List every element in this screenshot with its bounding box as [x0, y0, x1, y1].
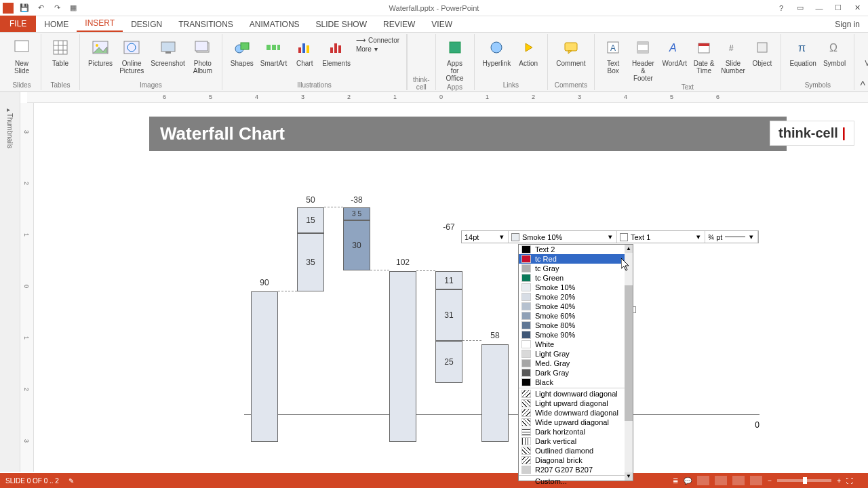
fit-window[interactable]: ⛶ — [846, 477, 853, 485]
tab-view[interactable]: VIEW — [423, 17, 460, 32]
zoom-slider[interactable] — [777, 479, 831, 482]
object-button[interactable]: Object — [749, 35, 775, 83]
table-button[interactable]: Table — [47, 35, 74, 81]
font-size-combo[interactable]: ▾ — [462, 231, 509, 243]
slide-area[interactable]: Waterfall Chart think-cell | 90 50 35 15… — [34, 103, 861, 472]
bar-segment[interactable] — [251, 291, 278, 442]
start-from-beginning-icon[interactable]: ▦ — [68, 3, 79, 14]
scroll-thumb[interactable] — [625, 285, 633, 421]
fill-option[interactable]: Dark Gray — [519, 368, 633, 378]
connector-button[interactable]: ⟶Connector — [356, 37, 399, 44]
fill-option[interactable]: tc Green — [519, 273, 633, 283]
bar-segment[interactable] — [389, 271, 416, 442]
screenshot-button[interactable]: Screenshot — [148, 35, 188, 81]
dropdown-scrollbar[interactable]: ▲ ▼ — [625, 245, 633, 481]
fill-option[interactable]: Smoke 80% — [519, 321, 633, 330]
fill-option[interactable]: R207 G207 B207 — [519, 465, 633, 474]
save-icon[interactable]: 💾 — [19, 3, 30, 14]
fill-option[interactable]: Light downward diagonal — [519, 389, 633, 399]
fill-option[interactable]: Med. Gray — [519, 359, 633, 368]
zoom-out[interactable]: − — [768, 477, 772, 485]
slide-title[interactable]: Waterfall Chart think-cell | — [149, 117, 787, 151]
tab-transitions[interactable]: TRANSITIONS — [170, 17, 241, 32]
bar-segment[interactable]: 11 — [435, 271, 462, 289]
slide-number-button[interactable]: #SlideNumber — [719, 35, 748, 83]
fill-option[interactable]: Smoke 90% — [519, 330, 633, 340]
action-button[interactable]: Action — [515, 35, 542, 81]
online-pictures-button[interactable]: OnlinePictures — [117, 35, 146, 81]
equation-button[interactable]: πEquation — [787, 35, 818, 81]
fill-option[interactable]: Smoke 20% — [519, 292, 633, 302]
bar-segment[interactable]: 35 — [297, 233, 324, 291]
bar-segment[interactable]: 3 5 — [343, 207, 370, 220]
fill-option[interactable]: tc Red — [519, 254, 633, 264]
shapes-button[interactable]: Shapes — [228, 35, 256, 81]
fill-option[interactable]: tc Gray — [519, 264, 633, 273]
hyperlink-button[interactable]: Hyperlink — [480, 35, 514, 81]
tab-insert[interactable]: INSERT — [77, 16, 123, 32]
thinkcell-toolbar[interactable]: ▾ Smoke 10%▾ Text 1▾ ¾ pt▾ — [461, 230, 759, 243]
bar-segment[interactable]: 25 — [435, 341, 462, 383]
undo-icon[interactable]: ↶ — [35, 3, 46, 14]
zoom-in[interactable]: + — [837, 477, 841, 485]
symbol-button[interactable]: ΩSymbol — [821, 35, 848, 81]
fill-dropdown[interactable]: Text 2tc Redtc Graytc GreenSmoke 10%Smok… — [518, 244, 633, 481]
fill-option[interactable]: Light Gray — [519, 349, 633, 359]
close-icon[interactable]: ✕ — [850, 3, 864, 14]
fill-option[interactable]: Custom... — [519, 476, 633, 486]
maximize-icon[interactable]: ☐ — [831, 3, 845, 14]
fill-option[interactable]: White — [519, 340, 633, 349]
tab-slideshow[interactable]: SLIDE SHOW — [308, 17, 375, 32]
view-sorter[interactable] — [715, 476, 727, 485]
text-color-combo[interactable]: Text 1▾ — [617, 231, 705, 243]
header-footer-button[interactable]: Header& Footer — [628, 35, 658, 83]
fill-combo[interactable]: Smoke 10%▾ — [509, 231, 617, 243]
fill-option[interactable]: Dark horizontal — [519, 427, 633, 436]
bar-segment[interactable]: 31 — [435, 289, 462, 341]
pictures-button[interactable]: Pictures — [85, 35, 115, 81]
photo-album-button[interactable]: PhotoAlbum — [189, 35, 216, 81]
tab-review[interactable]: REVIEW — [375, 17, 423, 32]
sign-in[interactable]: Sign in — [827, 17, 868, 32]
thumbnails-toggle[interactable]: ▸Thumbnails — [0, 92, 20, 472]
bar-segment[interactable]: 30 — [343, 220, 370, 270]
fill-option[interactable]: Outlined diamond — [519, 446, 633, 455]
notes-button[interactable]: ≣ — [673, 477, 678, 485]
fill-option[interactable]: Smoke 60% — [519, 311, 633, 321]
smartart-button[interactable]: SmartArt — [258, 35, 290, 81]
tab-animations[interactable]: ANIMATIONS — [241, 17, 308, 32]
comment-button[interactable]: Comment — [553, 35, 588, 81]
fill-option[interactable]: Wide upward diagonal — [519, 418, 633, 427]
view-normal[interactable] — [697, 476, 709, 485]
video-button[interactable]: Video — [860, 35, 868, 81]
fill-option[interactable]: Light upward diagonal — [519, 399, 633, 408]
fill-option[interactable]: Smoke 10% — [519, 283, 633, 292]
scroll-down-icon[interactable]: ▼ — [625, 472, 633, 481]
elements-button[interactable]: Elements — [319, 35, 353, 81]
fill-option[interactable]: Diagonal brick — [519, 455, 633, 465]
minimize-icon[interactable]: — — [812, 3, 826, 14]
new-slide-button[interactable]: NewSlide — [8, 35, 35, 81]
datetime-button[interactable]: Date &Time — [691, 35, 717, 83]
fill-option[interactable]: Dark vertical — [519, 436, 633, 446]
file-tab[interactable]: FILE — [0, 16, 36, 32]
fill-option[interactable]: Wide downward diagonal — [519, 408, 633, 418]
scroll-up-icon[interactable]: ▲ — [625, 245, 633, 253]
line-weight-combo[interactable]: ¾ pt▾ — [705, 231, 758, 243]
apps-office-button[interactable]: Apps forOffice — [441, 35, 469, 83]
bar-segment[interactable] — [481, 344, 509, 442]
more-button[interactable]: More▾ — [356, 45, 399, 53]
tab-home[interactable]: HOME — [36, 17, 77, 32]
comments-button[interactable]: 💬 — [684, 477, 692, 485]
slide[interactable]: Waterfall Chart think-cell | 90 50 35 15… — [149, 117, 787, 469]
redo-icon[interactable]: ↷ — [52, 3, 62, 14]
help-icon[interactable]: ? — [774, 3, 788, 14]
bar-segment[interactable]: 15 — [297, 207, 324, 233]
spellcheck-icon[interactable]: ✎ — [68, 477, 74, 485]
view-reading[interactable] — [732, 476, 745, 485]
textbox-button[interactable]: ATextBox — [600, 35, 627, 83]
fill-option[interactable]: Text 2 — [519, 245, 633, 254]
view-slideshow[interactable] — [750, 476, 762, 485]
waterfall-chart[interactable]: 90 50 35 15 -38 3 5 30 102 -67 11 31 25 … — [244, 184, 760, 442]
chart-button[interactable]: Chart — [291, 35, 318, 81]
